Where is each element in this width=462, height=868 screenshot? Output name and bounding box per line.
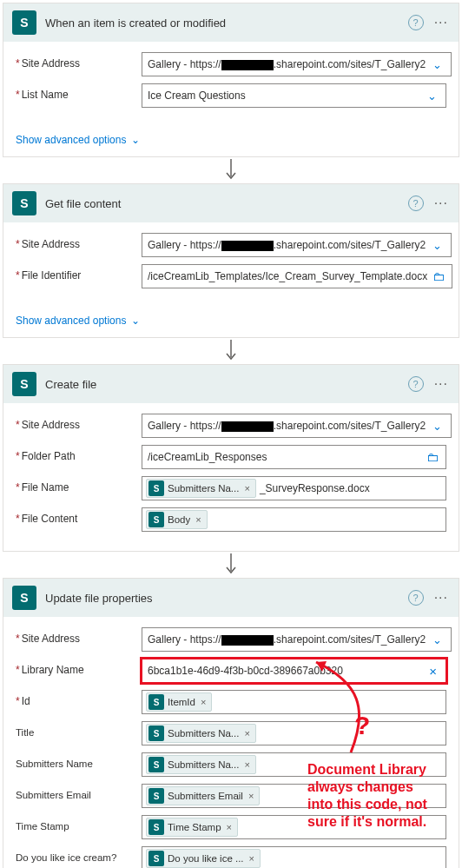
card-update-props: S Update file properties ? ··· Site Addr… [3, 578, 459, 868]
library-name-value: 6bca1b1e-46d9-4f3b-b0cd-389667a0b320 [148, 665, 422, 677]
redacted-text [221, 421, 274, 432]
card-header[interactable]: S When an item is created or modified ? … [3, 3, 459, 42]
card-title: Update file properties [45, 592, 399, 605]
help-icon[interactable]: ? [408, 376, 424, 392]
card-create-file: S Create file ? ··· Site Address Gallery… [3, 364, 459, 552]
label-file-content: File Content [16, 507, 142, 525]
q1-input[interactable]: SDo you like ice ...× [142, 846, 446, 868]
token-remove-icon[interactable]: × [242, 483, 251, 494]
site-address-dropdown[interactable]: Gallery - https://.sharepoint.com/sites/… [142, 52, 452, 76]
label-site-address: Site Address [16, 414, 142, 431]
card-title: When an item is created or modified [45, 17, 399, 30]
label-site-address: Site Address [16, 52, 142, 70]
label-folder-path: Folder Path [16, 445, 142, 462]
submitters-email-input[interactable]: SSubmitters Email× [142, 784, 446, 808]
help-icon[interactable]: ? [408, 15, 424, 30]
card-get-file: S Get file content ? ··· Site Address Ga… [3, 183, 459, 338]
label-list-name: List Name [16, 83, 142, 101]
chevron-down-icon[interactable]: ⌄ [429, 420, 446, 433]
sharepoint-icon: S [12, 372, 36, 396]
file-content-input[interactable]: S Body × [142, 507, 446, 532]
time-stamp-input[interactable]: STime Stamp× [142, 815, 446, 839]
site-address-value: Gallery - https://.sharepoint.com/sites/… [148, 420, 426, 432]
site-address-value: Gallery - https://.sharepoint.com/sites/… [148, 239, 426, 251]
show-advanced-link[interactable]: Show advanced options⌄ [3, 127, 459, 156]
label-submitters-email: Submitters Email [16, 784, 142, 801]
flow-arrow-icon [3, 157, 459, 183]
more-icon[interactable]: ··· [432, 15, 450, 30]
dynamic-token[interactable]: STime Stamp× [146, 818, 238, 837]
dynamic-token[interactable]: SSubmitters Na...× [146, 755, 256, 774]
library-name-input[interactable]: 6bca1b1e-46d9-4f3b-b0cd-389667a0b320 × [142, 659, 446, 683]
help-icon[interactable]: ? [408, 195, 424, 211]
card-header[interactable]: S Update file properties ? ··· [3, 579, 459, 617]
dynamic-token[interactable]: S Body × [146, 510, 208, 529]
site-address-value: Gallery - https://.sharepoint.com/sites/… [148, 58, 426, 70]
sharepoint-icon: S [148, 757, 164, 772]
dynamic-token[interactable]: SSubmitters Email× [146, 786, 260, 805]
sharepoint-icon: S [148, 788, 164, 804]
sharepoint-icon: S [12, 586, 36, 610]
site-address-value: Gallery - https://.sharepoint.com/sites/… [148, 633, 426, 646]
token-remove-icon[interactable]: × [248, 853, 256, 864]
sharepoint-icon: S [148, 480, 164, 496]
dynamic-token[interactable]: SItemId× [146, 692, 212, 712]
label-file-identifier: File Identifier [16, 264, 142, 282]
folder-path-input[interactable]: /iceCreamLib_Responses 🗀 [142, 445, 446, 469]
file-identifier-input[interactable]: /iceCreamLib_Templates/Ice_Cream_Survey_… [142, 264, 452, 288]
site-address-dropdown[interactable]: Gallery - https://.sharepoint.com/sites/… [142, 627, 452, 652]
more-icon[interactable]: ··· [432, 195, 450, 211]
title-input[interactable]: SSubmitters Na...× [142, 721, 446, 745]
card-title: Create file [45, 378, 399, 391]
id-input[interactable]: SItemId× [142, 690, 446, 714]
chevron-down-icon[interactable]: ⌄ [429, 58, 446, 71]
token-remove-icon[interactable]: × [199, 697, 208, 707]
file-identifier-value: /iceCreamLib_Templates/Ice_Cream_Survey_… [148, 270, 427, 282]
token-remove-icon[interactable]: × [194, 514, 202, 525]
help-icon[interactable]: ? [408, 590, 424, 606]
token-remove-icon[interactable]: × [242, 759, 251, 770]
card-title: Get file content [45, 197, 399, 210]
folder-path-value: /iceCreamLib_Responses [148, 451, 421, 463]
submitters-name-input[interactable]: SSubmitters Na...× [142, 752, 446, 777]
redacted-text [221, 241, 274, 251]
list-name-dropdown[interactable]: Ice Cream Questions ⌄ [142, 83, 446, 108]
token-remove-icon[interactable]: × [242, 728, 251, 739]
site-address-dropdown[interactable]: Gallery - https://.sharepoint.com/sites/… [142, 414, 452, 438]
sharepoint-icon: S [148, 512, 164, 527]
label-submitters-name: Submitters Name [16, 752, 142, 770]
file-name-input[interactable]: S Submitters Na... × _SurveyResponse.doc… [142, 476, 446, 500]
folder-picker-icon[interactable]: 🗀 [431, 269, 446, 283]
more-icon[interactable]: ··· [432, 376, 450, 392]
label-site-address: Site Address [16, 233, 142, 250]
chevron-down-icon: ⌄ [131, 134, 140, 146]
clear-icon[interactable]: × [426, 664, 440, 679]
file-name-suffix: _SurveyResponse.docx [260, 482, 370, 494]
dynamic-token[interactable]: SDo you like ice ...× [146, 849, 261, 868]
label-site-address: Site Address [16, 627, 142, 645]
label-id: Id [16, 690, 142, 707]
card-trigger: S When an item is created or modified ? … [3, 3, 459, 157]
token-remove-icon[interactable]: × [247, 791, 255, 801]
sharepoint-icon: S [12, 191, 36, 215]
card-header[interactable]: S Get file content ? ··· [3, 184, 459, 222]
card-header[interactable]: S Create file ? ··· [3, 365, 459, 403]
chevron-down-icon[interactable]: ⌄ [429, 239, 446, 252]
dynamic-token[interactable]: S Submitters Na... × [146, 479, 256, 498]
dynamic-token[interactable]: SSubmitters Na...× [146, 724, 256, 743]
label-time-stamp: Time Stamp [16, 815, 142, 832]
label-q1: Do you like ice cream? [16, 846, 142, 864]
chevron-down-icon[interactable]: ⌄ [429, 633, 446, 646]
more-icon[interactable]: ··· [432, 590, 450, 606]
site-address-dropdown[interactable]: Gallery - https://.sharepoint.com/sites/… [142, 233, 452, 257]
redacted-text [221, 60, 274, 70]
label-title: Title [16, 721, 142, 739]
folder-picker-icon[interactable]: 🗀 [425, 450, 440, 464]
sharepoint-icon: S [12, 10, 36, 35]
show-advanced-link[interactable]: Show advanced options⌄ [3, 308, 459, 337]
label-library-name: Library Name [16, 659, 142, 676]
token-remove-icon[interactable]: × [225, 822, 234, 832]
chevron-down-icon[interactable]: ⌄ [424, 89, 440, 103]
list-name-value: Ice Cream Questions [148, 89, 420, 102]
sharepoint-icon: S [148, 694, 164, 710]
